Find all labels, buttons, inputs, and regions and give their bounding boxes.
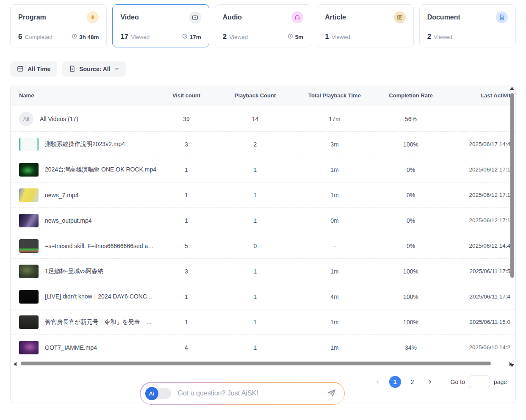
- card-count-label: Viewed: [131, 34, 149, 40]
- clock-icon: [288, 33, 293, 40]
- scroll-up-arrow-icon[interactable]: [510, 87, 514, 90]
- table-header: Name Visit count Playback Count Total Pl…: [11, 85, 515, 106]
- completion-rate-value: 0%: [375, 192, 447, 199]
- ai-toggle[interactable]: Ai: [145, 387, 171, 400]
- visit-count-value: 3: [157, 141, 216, 148]
- total-playback-time-value: 1m: [294, 319, 375, 326]
- vertical-scrollbar-thumb[interactable]: [510, 93, 514, 278]
- playback-count-value: 14: [216, 116, 294, 122]
- completion-rate-value: 56%: [375, 116, 447, 122]
- video-thumbnail: [19, 239, 39, 253]
- playback-count-value: 1: [216, 268, 294, 275]
- next-page-button[interactable]: [424, 376, 436, 388]
- video-thumbnail: [19, 265, 39, 278]
- video-stats-table: Name Visit count Playback Count Total Pl…: [10, 85, 516, 403]
- completion-rate-value: 100%: [375, 141, 447, 148]
- card-title: Article: [325, 14, 346, 21]
- playback-count-value: 0: [216, 243, 294, 249]
- card-count: 2: [223, 33, 227, 41]
- completion-rate-value: 100%: [375, 293, 447, 300]
- playback-count-value: 1: [216, 344, 294, 351]
- time-filter-button[interactable]: All Time: [10, 61, 57, 77]
- ai-badge: Ai: [145, 387, 158, 400]
- last-activity-value: 2025/06/10 14:2: [447, 344, 510, 351]
- total-playback-time-value: 0m: [294, 217, 375, 224]
- table-row[interactable]: All All Videos (17) 39 14 17m 56%: [11, 106, 515, 132]
- item-name: All Videos (17): [40, 116, 78, 122]
- calendar-icon: [17, 65, 24, 73]
- ai-question-input[interactable]: [178, 390, 327, 397]
- last-activity-value: 2025/06/12 17:1: [447, 192, 510, 198]
- card-count-label: Completed: [25, 34, 52, 40]
- card-title: Video: [120, 14, 138, 21]
- newspaper-icon: [394, 11, 406, 23]
- video-thumbnail: [19, 138, 39, 151]
- visit-count-value: 1: [157, 293, 216, 300]
- card-title: Program: [18, 14, 46, 21]
- last-activity-value: 2025/06/11 17:4: [447, 293, 510, 300]
- clock-icon: [182, 33, 188, 40]
- item-name: 1足總杯-曼城vs阿森納: [45, 268, 103, 275]
- source-filter-label: Source: All: [79, 66, 110, 72]
- item-name: news_7.mp4: [45, 192, 78, 199]
- table-row[interactable]: 菅官房長官が新元号「令和」を発表 … 1 1 1m 100% 2025/06/1…: [11, 309, 515, 335]
- table-row[interactable]: news_7.mp4 1 1 1m 0% 2025/06/12 17:1: [11, 182, 515, 208]
- prev-page-button[interactable]: [372, 376, 384, 388]
- last-activity-value: 2025/06/17 14:4: [447, 141, 510, 147]
- source-filter-button[interactable]: Source: All: [62, 61, 126, 77]
- item-name: GOT7_IAMME.mp4: [45, 344, 97, 351]
- column-header-playback-count: Playback Count: [216, 92, 294, 99]
- table-row[interactable]: 1足總杯-曼城vs阿森納 3 1 1m 100% 2025/06/11 17:5: [11, 259, 515, 284]
- card-count: 6: [18, 33, 22, 41]
- card-count-label: Viewed: [332, 34, 350, 40]
- total-playback-time-value: 1m: [294, 344, 375, 351]
- scroll-left-arrow-icon[interactable]: [14, 362, 17, 366]
- table-row[interactable]: GOT7_IAMME.mp4 4 1 1m 34% 2025/06/10 14:…: [11, 335, 515, 360]
- card-document[interactable]: Document 2Viewed: [419, 4, 516, 47]
- send-button[interactable]: [327, 388, 337, 399]
- page-button-1[interactable]: 1: [389, 376, 401, 388]
- page-button-2[interactable]: 2: [407, 376, 418, 388]
- column-header-completion-rate: Completion Rate: [375, 92, 447, 99]
- stat-cards: Program 6Completed 3h 48m Video 17Viewed…: [10, 4, 516, 47]
- horizontal-scrollbar[interactable]: [11, 360, 515, 368]
- card-count-label: Viewed: [229, 34, 248, 40]
- completion-rate-value: 100%: [375, 319, 447, 326]
- goto-page-input[interactable]: [469, 376, 490, 388]
- visit-count-value: 1: [157, 192, 216, 199]
- vertical-scrollbar[interactable]: [509, 87, 515, 367]
- item-name: =s=tnesnd skill. F=itnes66666666sed a…: [45, 243, 154, 249]
- video-thumbnail: [19, 188, 39, 202]
- card-title: Audio: [223, 14, 242, 21]
- time-filter-label: All Time: [28, 66, 50, 72]
- item-name: 菅官房長官が新元号「令和」を発表 …: [45, 318, 152, 326]
- scroll-right-arrow-icon[interactable]: [509, 362, 512, 366]
- item-name: 測驗系統操作說明2023v2.mp4: [45, 141, 125, 148]
- clock-icon: [72, 33, 77, 40]
- completion-rate-value: 0%: [375, 243, 447, 249]
- card-title: Document: [427, 14, 460, 21]
- column-header-total-playback-time: Total Playback Time: [294, 92, 375, 99]
- table-row[interactable]: =s=tnesnd skill. F=itnes66666666sed a… 5…: [11, 233, 515, 259]
- table-row[interactable]: 測驗系統操作說明2023v2.mp4 3 2 3m 100% 2025/06/1…: [11, 132, 515, 157]
- card-count: 1: [325, 33, 329, 41]
- video-thumbnail: [19, 214, 39, 227]
- table-row[interactable]: [LIVE] didn't know｜2024 DAY6 CONCE… 1 1 …: [11, 284, 515, 309]
- table-row[interactable]: 2024台灣高雄演唱會 ONE OK ROCK.mp4 1 1 1m 0% 20…: [11, 157, 515, 182]
- card-article[interactable]: Article 1Viewed: [317, 4, 413, 47]
- pagination: 1 2 Go to page: [372, 376, 507, 388]
- ai-ask-bar: Ai: [140, 382, 345, 405]
- horizontal-scrollbar-thumb[interactable]: [21, 362, 491, 365]
- playback-count-value: 2: [216, 141, 294, 148]
- card-audio[interactable]: Audio 2Viewed 5m: [215, 4, 311, 47]
- last-activity-value: 2025/06/12 14:4: [447, 243, 510, 249]
- video-thumbnail: [19, 290, 39, 304]
- card-program[interactable]: Program 6Completed 3h 48m: [10, 4, 107, 47]
- visit-count-value: 5: [157, 243, 216, 249]
- column-header-last-activity: Last Activit: [447, 92, 510, 99]
- table-row[interactable]: news_output.mp4 1 1 0m 0% 2025/06/12 17:…: [11, 208, 515, 233]
- card-video[interactable]: Video 17Viewed 17m: [112, 4, 209, 47]
- visit-count-value: 39: [157, 116, 216, 122]
- total-playback-time-value: 3m: [294, 141, 375, 148]
- dashboard-page: Program 6Completed 3h 48m Video 17Viewed…: [0, 0, 526, 420]
